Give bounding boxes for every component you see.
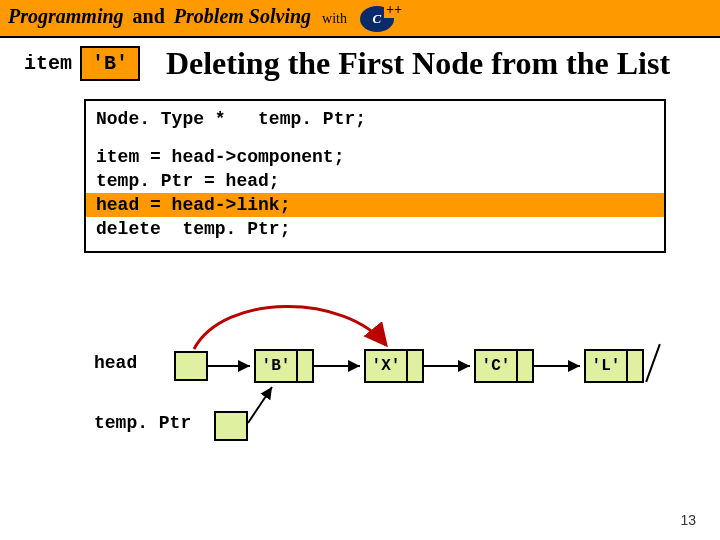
head-pointer-box	[174, 351, 208, 381]
null-terminator-icon	[645, 344, 661, 382]
node-1: 'X'	[364, 349, 424, 383]
node-0-value: 'B'	[256, 351, 296, 381]
slide-title: Deleting the First Node from the List	[140, 46, 696, 81]
node-2-value: 'C'	[476, 351, 516, 381]
node-3: 'L'	[584, 349, 644, 383]
brand: Programming and Problem Solving with C +…	[8, 5, 394, 32]
node-2: 'C'	[474, 349, 534, 383]
arrow-head-reassign-icon	[194, 307, 386, 350]
cpp-letter: C	[373, 11, 382, 27]
node-3-value: 'L'	[586, 351, 626, 381]
head-pointer-label: head	[94, 353, 137, 373]
node-0: 'B'	[254, 349, 314, 383]
code-line-2: temp. Ptr = head;	[86, 169, 664, 193]
node-1-next	[406, 351, 422, 381]
node-0-next	[296, 351, 312, 381]
linked-list-diagram: head temp. Ptr 'B' 'X' 'C' 'L'	[24, 273, 696, 453]
code-declaration: Node. Type * temp. Ptr;	[86, 101, 664, 135]
tempptr-label: temp. Ptr	[94, 413, 191, 433]
brand-with: with	[322, 11, 347, 26]
header-bar: Programming and Problem Solving with C +…	[0, 0, 720, 36]
code-line-1: item = head->component;	[86, 145, 664, 169]
arrow-tempptr-to-b	[248, 387, 272, 423]
brand-word-1: Programming	[8, 5, 124, 27]
brand-word-2: Problem Solving	[174, 5, 311, 27]
cpp-plus: ++	[384, 2, 404, 18]
cpp-badge: C ++	[360, 6, 394, 32]
page-number: 13	[680, 512, 696, 528]
code-line-4: delete temp. Ptr;	[86, 217, 664, 241]
item-label: item	[24, 52, 72, 75]
node-1-value: 'X'	[366, 351, 406, 381]
tempptr-box	[214, 411, 248, 441]
node-3-next	[626, 351, 642, 381]
brand-and: and	[133, 5, 165, 27]
code-line-3-highlighted: head = head->link;	[86, 193, 664, 217]
node-2-next	[516, 351, 532, 381]
code-box: Node. Type * temp. Ptr; item = head->com…	[84, 99, 666, 253]
item-value-box: 'B'	[80, 46, 140, 81]
